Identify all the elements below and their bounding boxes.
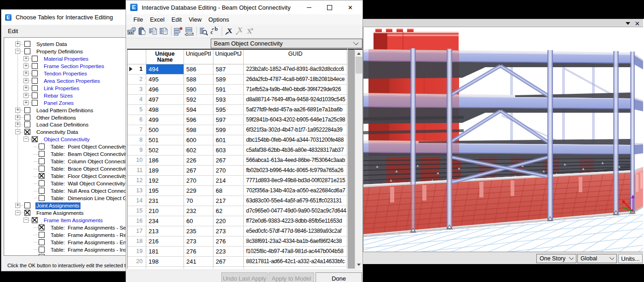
tree-item[interactable]: +Panel Zones: [4, 99, 129, 106]
grid-cell[interactable]: dbc154bb-0feb-4094-a344-7031200fe488: [244, 135, 347, 145]
grid-cell[interactable]: 68: [213, 186, 244, 196]
tree-item[interactable]: +Material Properties: [4, 55, 129, 62]
grid-vertical-scrollbar[interactable]: [355, 49, 362, 269]
tree-checkbox[interactable]: [39, 180, 45, 186]
paste-append-icon[interactable]: [159, 26, 168, 36]
data-grid[interactable]: UniqueNameUniquePtIUniquePtJGUID14945865…: [127, 49, 347, 269]
tree-checkbox[interactable]: [24, 129, 30, 135]
grid-cell[interactable]: c5afaf38-62bb-4b36-a80e-48328317ab37: [244, 145, 347, 155]
row-header[interactable]: 3: [127, 85, 146, 95]
minimize-button[interactable]: [299, 0, 319, 14]
grid-cell[interactable]: 267: [213, 257, 244, 267]
tree-checkbox[interactable]: [39, 144, 45, 150]
copy-table-icon[interactable]: [127, 26, 137, 36]
tree-checkbox[interactable]: [39, 254, 45, 256]
tree-checkbox[interactable]: [32, 85, 38, 91]
tree-checkbox[interactable]: [39, 158, 45, 164]
tree-item[interactable]: +System Data: [4, 40, 129, 48]
row-header[interactable]: 6: [127, 115, 146, 125]
grid-cell[interactable]: 276: [184, 247, 213, 257]
grid-cell[interactable]: 213: [146, 226, 184, 236]
grid-cell[interactable]: 587: [213, 64, 244, 75]
column-header-uniqueptj[interactable]: UniquePtJ: [213, 50, 244, 64]
row-header[interactable]: 20: [127, 257, 146, 267]
grid-cell[interactable]: 226: [184, 155, 213, 166]
grid-cell[interactable]: 232: [184, 206, 213, 216]
row-header[interactable]: 1: [127, 64, 146, 75]
grid-cell[interactable]: 596: [184, 115, 213, 125]
minus-expand-icon[interactable]: −: [15, 49, 20, 54]
tree-checkbox[interactable]: [24, 107, 30, 113]
grid-cell[interactable]: 276: [213, 236, 244, 247]
grid-cell[interactable]: 590: [184, 85, 213, 95]
tree-item[interactable]: +Joint Assignments: [4, 201, 129, 209]
grid-cell[interactable]: ff72e0d6-9383-4223-8dbb-85fb5e11653d: [244, 216, 347, 226]
row-header[interactable]: 2: [127, 75, 146, 85]
row-header[interactable]: 4: [127, 95, 146, 105]
tree-checkbox[interactable]: [24, 48, 30, 54]
tree-item[interactable]: Table: Column Object Connectivity: [4, 158, 129, 165]
grid-cell[interactable]: 270: [184, 176, 213, 186]
grid-cell[interactable]: 234: [146, 216, 184, 226]
tree-checkbox[interactable]: [24, 115, 30, 121]
row-header[interactable]: 18: [127, 236, 146, 247]
row-header[interactable]: 17: [127, 226, 146, 236]
grid-cell[interactable]: 273: [213, 226, 244, 236]
plus-expand-icon[interactable]: +: [23, 86, 29, 91]
shrink-x-icon[interactable]: [235, 26, 244, 36]
grid-cell[interactable]: 192: [146, 176, 184, 186]
tree-checkbox[interactable]: [39, 173, 45, 179]
plus-expand-icon[interactable]: +: [23, 56, 29, 61]
grid-cell[interactable]: 267: [184, 166, 213, 176]
scrollbar-thumb[interactable]: [356, 57, 362, 74]
tree-item[interactable]: +Link Properties: [4, 84, 129, 92]
tree-item[interactable]: Table: Frame Assignments - Section Prope…: [4, 224, 129, 231]
coord-system-combo[interactable]: Global: [577, 254, 617, 263]
tree-item[interactable]: Table: Null Area Object Connectivity: [4, 187, 129, 195]
grid-cell[interactable]: 501: [146, 135, 184, 145]
tree-item[interactable]: Table: Beam Object Connectivity: [4, 150, 129, 158]
tree-item[interactable]: Table: Floor Object Connectivity: [4, 173, 129, 180]
grid-cell[interactable]: f1025f8c-4b97-47a8-981d-ac447b004b58: [244, 247, 347, 257]
row-header[interactable]: 5: [127, 105, 146, 115]
tree-checkbox[interactable]: [39, 195, 45, 201]
grid-cell[interactable]: 500: [146, 125, 184, 135]
grid-cell[interactable]: 229: [184, 186, 213, 196]
grid-cell[interactable]: 270: [213, 166, 244, 176]
grid-cell[interactable]: 5af27fd9-fedd-457a-aa26-6891e7a1ba6b: [244, 105, 347, 115]
grid-cell[interactable]: 181: [146, 247, 184, 257]
menu-excel[interactable]: Excel: [150, 16, 165, 23]
grid-cell[interactable]: 70: [184, 196, 213, 206]
paste-icon[interactable]: [138, 26, 147, 36]
tree-checkbox[interactable]: [32, 217, 38, 223]
grid-cell[interactable]: 601: [213, 135, 244, 145]
column-header-guid[interactable]: GUID: [244, 50, 347, 64]
done-button[interactable]: Done: [316, 272, 362, 282]
plus-expand-icon[interactable]: +: [23, 78, 29, 83]
row-header[interactable]: 16: [127, 216, 146, 226]
tree-item[interactable]: +Other Definitions: [4, 114, 129, 121]
apply-to-model-button[interactable]: Apply to Model: [269, 272, 314, 282]
maximize-button[interactable]: [319, 0, 340, 14]
tree-checkbox[interactable]: [32, 78, 38, 84]
row-header[interactable]: 14: [127, 196, 146, 206]
minus-expand-icon[interactable]: −: [23, 137, 29, 142]
tree-checkbox[interactable]: [24, 41, 30, 47]
grid-cell[interactable]: 497: [146, 95, 184, 105]
plus-expand-icon[interactable]: +: [15, 203, 20, 208]
tree-checkbox[interactable]: [24, 202, 30, 208]
tree-item[interactable]: +Tendon Properties: [4, 69, 129, 77]
grid-cell[interactable]: 88217811-ad66-42c1-a332-a24a14633bfc: [244, 257, 347, 267]
row-header[interactable]: 13: [127, 186, 146, 196]
menu-edit[interactable]: Edit: [5, 26, 21, 36]
grid-cell[interactable]: 566abca1-613a-4eed-86be-7f53064c3aab: [244, 155, 347, 166]
close-button[interactable]: ✕: [340, 0, 361, 14]
model-3d-viewport[interactable]: [363, 27, 643, 252]
grid-cell[interactable]: 600: [184, 135, 213, 145]
tree-checkbox[interactable]: [39, 188, 45, 194]
tree-checkbox[interactable]: [32, 100, 38, 106]
tree-item[interactable]: −Property Definitions: [4, 47, 129, 55]
grid-cell[interactable]: 7771d893-8ec9-49b8-bd3d-00f02871e215: [244, 176, 347, 186]
grid-cell[interactable]: 598: [184, 125, 213, 135]
grid-cell[interactable]: 591: [213, 85, 244, 95]
